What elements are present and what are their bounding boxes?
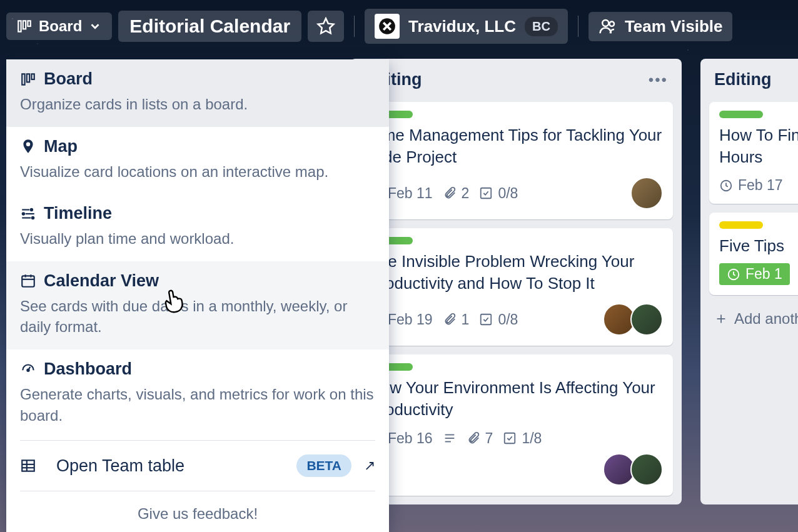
table-icon <box>20 458 36 474</box>
attachments-count: 7 <box>485 430 493 447</box>
attachments-badge: 1 <box>443 311 470 328</box>
option-desc: Visually plan time and workload. <box>20 228 375 249</box>
chevron-down-icon <box>88 19 102 33</box>
view-option-calendar[interactable]: Calendar View See cards with due dates i… <box>6 261 389 349</box>
option-desc: Organize cards in lists on a board. <box>20 94 375 115</box>
external-link-icon: ↗ <box>364 458 375 474</box>
checklist-badge: 1/8 <box>503 430 542 447</box>
option-title: Timeline <box>44 204 112 223</box>
svg-rect-15 <box>505 433 515 444</box>
plus-icon <box>714 312 728 326</box>
svg-rect-20 <box>22 74 24 84</box>
view-switcher-label: Board <box>39 18 82 35</box>
svg-rect-1 <box>23 21 26 29</box>
feedback-link[interactable]: Give us feedback! <box>6 494 389 532</box>
card-title: Five Tips <box>719 235 798 257</box>
card[interactable]: Time Management Tips for Tackling Your S… <box>359 102 673 219</box>
svg-rect-2 <box>28 21 30 26</box>
checklist-badge: 0/8 <box>479 185 518 202</box>
card[interactable]: How To Find More Hours Feb 17 <box>709 102 798 204</box>
svg-rect-22 <box>31 74 34 79</box>
visibility-label: Team Visible <box>625 17 723 36</box>
card-badges: Feb 11 2 0/8 <box>369 177 663 209</box>
board-header: Board Editorial Calendar Travidux, LLC B… <box>0 0 798 53</box>
svg-point-34 <box>27 369 29 371</box>
avatar[interactable] <box>630 177 663 209</box>
due-date-text: Feb 1 <box>745 266 782 283</box>
attachments-count: 2 <box>462 185 470 202</box>
list-editing: Editing How To Find More Hours Feb 17 Fi… <box>700 59 798 504</box>
due-date-text: Feb 11 <box>388 185 433 202</box>
option-title: Board <box>44 69 93 89</box>
view-switcher-button[interactable]: Board <box>6 13 112 40</box>
svg-rect-29 <box>22 276 34 287</box>
board-title[interactable]: Editorial Calendar <box>118 11 301 42</box>
attachment-icon <box>443 313 457 326</box>
star-button[interactable] <box>308 11 344 42</box>
clock-icon <box>719 179 733 193</box>
label-green[interactable] <box>719 111 763 118</box>
visibility-button[interactable]: Team Visible <box>588 12 733 41</box>
view-option-timeline[interactable]: Timeline Visually plan time and workload… <box>6 194 389 261</box>
list-menu-button[interactable]: ••• <box>649 71 668 89</box>
card[interactable]: Five Tips Feb 1 <box>709 213 798 295</box>
svg-point-26 <box>31 209 33 211</box>
due-date-badge: Feb 17 <box>719 177 783 194</box>
due-date-text: Feb 16 <box>388 430 433 447</box>
svg-rect-35 <box>22 460 34 471</box>
option-desc: See cards with due dates in a monthly, w… <box>20 296 375 338</box>
team-button[interactable]: Travidux, LLC BC <box>365 9 568 44</box>
header-divider <box>354 16 355 37</box>
avatar[interactable] <box>630 453 663 486</box>
board-title-text: Editorial Calendar <box>129 16 290 37</box>
svg-rect-8 <box>481 188 492 199</box>
board-icon <box>20 71 36 88</box>
card[interactable]: The Invisible Problem Wrecking Your Prod… <box>359 228 673 346</box>
checklist-icon <box>503 431 517 445</box>
add-card-text: Add another card <box>734 310 798 328</box>
option-desc: Generate charts, visuals, and metrics fo… <box>20 384 375 426</box>
card-badges: Feb 1 <box>719 263 798 285</box>
checklist-badge: 0/8 <box>479 311 518 328</box>
view-option-board[interactable]: Board Organize cards in lists on a board… <box>6 59 389 127</box>
dropdown-separator <box>20 440 375 441</box>
svg-point-28 <box>32 217 34 219</box>
attachments-count: 1 <box>462 311 470 328</box>
svg-marker-3 <box>318 19 334 34</box>
team-table-label: Open Team table <box>56 456 284 476</box>
card-members <box>635 177 663 209</box>
view-option-dashboard[interactable]: Dashboard Generate charts, visuals, and … <box>6 349 389 438</box>
team-table-option[interactable]: Open Team table BETA ↗ <box>6 443 389 488</box>
add-card-button[interactable]: Add another card <box>709 304 798 334</box>
card[interactable]: How Your Environment Is Affecting Your P… <box>359 354 673 495</box>
avatar[interactable] <box>630 303 663 336</box>
attachment-icon <box>467 431 480 445</box>
list-title[interactable]: Editing <box>714 70 771 89</box>
feedback-text: Give us feedback! <box>138 505 258 522</box>
checklist-text: 0/8 <box>498 311 518 328</box>
svg-rect-21 <box>27 74 29 82</box>
view-option-map[interactable]: Map Visualize card locations on an inter… <box>6 127 389 194</box>
view-switcher-dropdown: Board Organize cards in lists on a board… <box>6 59 389 532</box>
list-header: Writing ••• <box>359 68 673 93</box>
attachments-badge: 2 <box>443 185 470 202</box>
card-title: How To Find More Hours <box>719 124 798 168</box>
svg-point-6 <box>609 22 614 27</box>
card-title: Time Management Tips for Tackling Your S… <box>369 124 663 168</box>
card-members <box>608 453 663 486</box>
card-members <box>608 303 663 336</box>
card-badges: Feb 17 <box>719 177 798 194</box>
checklist-text: 0/8 <box>498 185 518 202</box>
label-yellow[interactable] <box>719 221 763 229</box>
header-divider <box>578 16 578 37</box>
attachment-icon <box>443 186 457 200</box>
svg-point-27 <box>23 213 24 214</box>
due-date-text: Feb 17 <box>738 177 783 194</box>
team-icon <box>598 17 617 36</box>
beta-badge: BETA <box>296 454 351 477</box>
calendar-icon <box>20 273 36 289</box>
timeline-icon <box>20 206 36 222</box>
option-desc: Visualize card locations on an interacti… <box>20 161 375 183</box>
board-icon <box>16 18 33 34</box>
due-date-text: Feb 19 <box>388 311 433 328</box>
